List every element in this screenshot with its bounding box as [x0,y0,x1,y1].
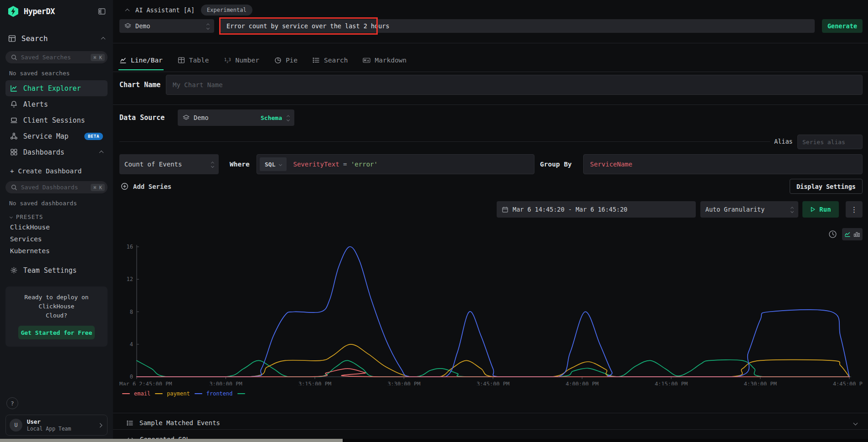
table-icon [178,57,185,64]
get-started-button[interactable]: Get Started for Free [18,326,95,339]
legend-label: payment [167,390,190,397]
add-series-button[interactable]: Add Series [121,182,171,190]
chevron-up-icon[interactable] [101,36,106,41]
ai-assistant-title: AI Assistant [A] [135,6,195,14]
divider [113,104,868,105]
user-menu[interactable]: U User Local App Team [5,415,108,436]
bar-style-button[interactable] [853,231,860,238]
svg-text:0: 0 [130,374,133,380]
calendar-icon [502,206,508,213]
legend-item-unnamed[interactable] [237,393,249,395]
tab-search[interactable]: Search [312,54,348,70]
line-style-button[interactable] [844,231,851,238]
preset-item-kubernetes[interactable]: Kubernetes [5,245,108,257]
sidebar-item-service-map[interactable]: Service Map BETA [5,128,108,144]
nav-label: Service Map [23,132,68,140]
chart-explorer-icon [10,84,18,92]
presets-toggle[interactable]: PRESETS [5,212,108,221]
chart-name-label: Chart Name [119,75,160,95]
data-source-value: Demo [194,114,209,121]
tab-line-bar[interactable]: Line/Bar [119,54,163,70]
ai-assistant-header[interactable]: AI Assistant [A] Experimental [126,5,252,16]
legend-item-frontend[interactable]: frontend [195,390,233,397]
user-name: User [27,418,94,426]
tab-pie[interactable]: Pie [274,54,298,70]
chart-name-input[interactable] [166,75,863,95]
app-root: HyperDX Search Saved Searches ⌘ K No sav… [0,0,868,442]
group-by-value: ServiceName [590,161,632,168]
display-settings-button[interactable]: Display Settings [790,179,863,194]
experimental-badge: Experimental [201,5,252,16]
help-button[interactable]: ? [6,397,18,409]
horizontal-scrollbar-thumb[interactable] [0,439,343,442]
sidebar-item-team-settings[interactable]: Team Settings [5,262,108,278]
sql-mode-label: SQL [265,161,275,168]
saved-searches-placeholder: Saved Searches [21,54,87,61]
sidebar-item-client-sessions[interactable]: Client Sessions [5,112,108,128]
date-range-value: Mar 6 14:45:20 - Mar 6 16:45:20 [513,206,627,213]
svg-text:Mar 6 2:45:00 PM: Mar 6 2:45:00 PM [119,381,172,385]
chevron-down-icon [853,421,858,425]
add-series-label: Add Series [133,183,171,190]
collapse-sidebar-icon[interactable] [98,8,106,15]
divider [113,429,868,430]
legend-item-email[interactable]: email [122,390,150,397]
where-value: 'error' [351,161,378,168]
sidebar-item-alerts[interactable]: Alerts [5,96,108,112]
svg-text:16: 16 [127,244,133,250]
schema-link[interactable]: Schema [261,114,282,121]
sidebar-section-search[interactable]: Search [5,33,108,44]
alias-input[interactable] [797,135,863,149]
legend-item-payment[interactable]: payment [155,390,190,397]
ai-prompt-input[interactable] [220,19,815,33]
alias-label: Alias [774,138,793,145]
legend-dash [122,393,130,395]
tab-number[interactable]: 123 Number [224,54,260,70]
timeseries-chart: 0481216Mar 6 2:45:00 PM3:00:00 PM3:15:00… [118,243,863,385]
search-section-label: Search [21,34,96,43]
time-format-button[interactable] [828,230,837,239]
kebab-icon: ⋮ [851,205,858,214]
saved-dashboards-input[interactable]: Saved Dashboards ⌘ K [5,181,108,193]
sql-mode-select[interactable]: SQL [260,157,287,171]
where-field: SeverityText [293,161,339,168]
tab-markdown[interactable]: Markdown [362,54,407,70]
aggregation-select[interactable]: Count of Events [119,154,219,174]
saved-searches-input[interactable]: Saved Searches ⌘ K [5,51,108,63]
where-filter-input[interactable]: SQL SeverityText = 'error' [257,154,534,174]
svg-text:8: 8 [130,309,133,315]
date-range-input[interactable]: Mar 6 14:45:20 - Mar 6 16:45:20 [497,201,696,218]
sample-matched-events-panel[interactable]: Sample Matched Events [113,416,868,430]
ai-source-select[interactable]: Demo [119,19,214,33]
granularity-value: Auto Granularity [705,206,765,213]
run-button[interactable]: Run [802,201,839,218]
preset-item-services[interactable]: Services [5,233,108,245]
tab-label: Table [189,57,209,64]
sidebar-item-chart-explorer[interactable]: Chart Explorer [5,80,108,96]
search-icon [11,184,17,191]
chart-type-tabs: Line/Bar Table 123 Number Pie Search Mar… [113,51,868,72]
generate-button[interactable]: Generate [822,19,863,33]
ai-prompt-wrapper [220,19,815,33]
preset-item-clickhouse[interactable]: ClickHouse [5,221,108,233]
tab-table[interactable]: Table [177,54,210,70]
granularity-select[interactable]: Auto Granularity [700,201,798,218]
create-dashboard-label: + Create Dashboard [10,167,82,175]
presets-label: PRESETS [16,213,43,220]
data-source-select[interactable]: Demo Schema [178,109,294,126]
legend-dash [237,393,245,395]
sidebar: HyperDX Search Saved Searches ⌘ K No sav… [0,0,113,442]
legend-label: frontend [206,390,233,397]
tab-label: Pie [286,57,298,64]
shortcut-kbd: ⌘ K [91,54,105,61]
layers-icon [124,23,131,30]
bell-icon [10,100,18,108]
generate-label: Generate [827,22,857,30]
create-dashboard-button[interactable]: + Create Dashboard [5,166,108,177]
more-options-button[interactable]: ⋮ [846,201,863,218]
sidebar-item-dashboards[interactable]: Dashboards [5,144,108,160]
divider [113,43,868,43]
select-chevrons-icon [791,207,793,213]
group-by-input[interactable]: ServiceName [583,154,863,174]
nav-label: Dashboards [23,148,64,156]
